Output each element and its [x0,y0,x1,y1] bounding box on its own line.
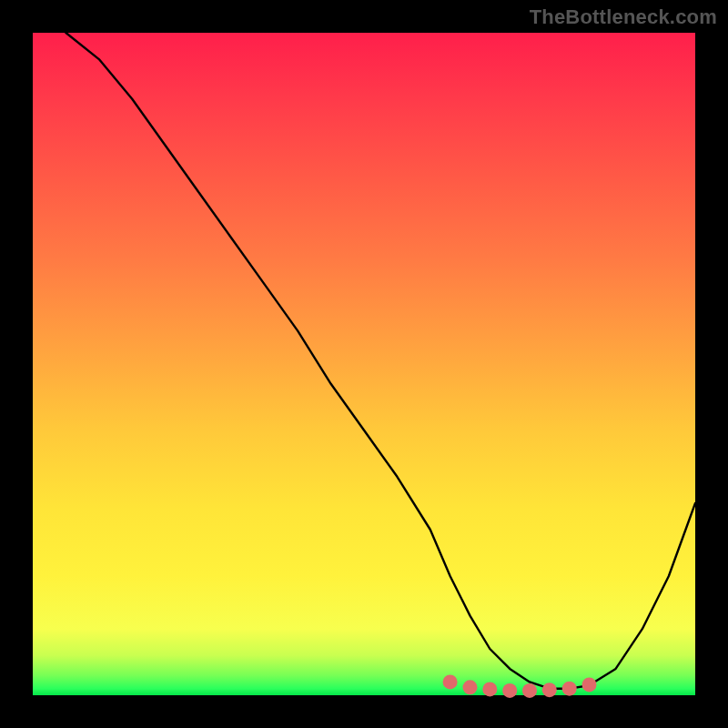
marker-dot [542,682,557,697]
marker-dot [443,674,458,689]
marker-dot [582,677,597,692]
main-curve [66,33,695,689]
watermark-text: TheBottleneck.com [530,5,717,29]
chart-frame: TheBottleneck.com [0,0,728,728]
marker-dot [463,680,478,694]
marker-dot [562,682,577,696]
chart-svg [33,33,695,695]
marker-dot [482,682,497,696]
optimal-range-dots [443,674,597,698]
chart-plot-area [33,33,695,695]
marker-dot [502,683,517,698]
marker-dot [522,683,537,698]
